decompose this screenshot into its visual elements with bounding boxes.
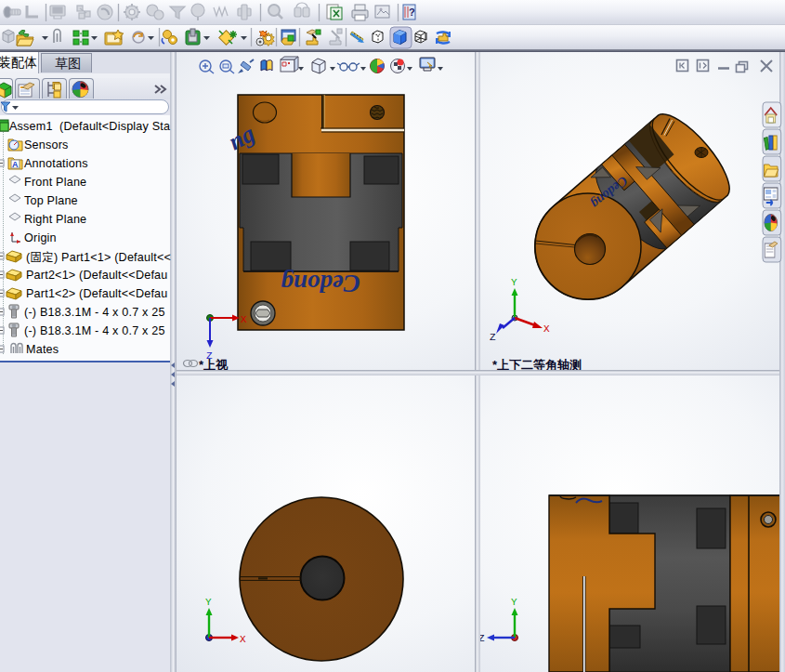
svg-text:X: X (240, 634, 246, 645)
svg-text:Z: Z (490, 332, 496, 343)
svg-text:X: X (543, 323, 550, 335)
svg-text:X: X (241, 314, 247, 325)
svg-text:*上下二等角轴测: *上下二等角轴测 (492, 358, 582, 370)
svg-text:?: ? (409, 7, 415, 18)
svg-text:Y: Y (511, 597, 517, 608)
svg-text:Cedong: Cedong (281, 270, 360, 297)
svg-text:A: A (12, 160, 19, 169)
svg-text:*上视: *上视 (199, 358, 229, 370)
svg-text:Y: Y (205, 597, 212, 608)
svg-text:Z: Z (480, 633, 485, 644)
svg-text:Y: Y (511, 277, 517, 288)
